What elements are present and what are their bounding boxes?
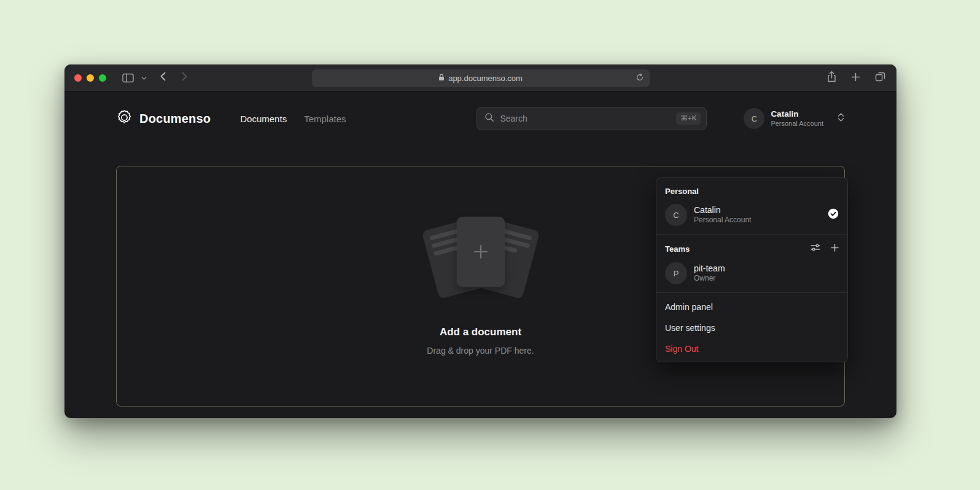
manage-teams-button[interactable] <box>811 243 820 254</box>
menu-item-user-settings[interactable]: User settings <box>656 317 847 338</box>
main-nav: Documents Templates <box>240 114 346 124</box>
brand-name: Documenso <box>139 112 211 126</box>
account-subtitle: Personal Account <box>771 120 823 128</box>
app-header: Documenso Documents Templates ⌘+K C Cata… <box>116 105 845 132</box>
personal-account-name: Catalin <box>694 205 751 216</box>
dropzone-subtitle: Drag & drop your PDF here. <box>427 346 534 356</box>
app-content: Documenso Documents Templates ⌘+K C Cata… <box>64 105 896 432</box>
dropzone-title: Add a document <box>440 326 521 338</box>
personal-account-avatar: C <box>665 204 687 226</box>
chevron-updown-icon <box>837 112 845 125</box>
team-item-pit-team[interactable]: P pit-team Owner <box>656 258 847 289</box>
address-bar-url: app.documenso.com <box>448 74 523 83</box>
browser-window: app.documenso.com <box>64 64 896 418</box>
address-bar[interactable]: app.documenso.com <box>312 69 650 87</box>
account-dropdown-menu: Personal C Catalin Personal Account Team <box>656 177 848 362</box>
refresh-button[interactable] <box>636 73 644 84</box>
tab-overview-button[interactable] <box>875 72 885 84</box>
forward-button[interactable] <box>182 72 187 84</box>
add-team-button[interactable] <box>831 243 839 254</box>
back-button[interactable] <box>160 72 166 84</box>
search-shortcut-badge: ⌘+K <box>676 112 701 125</box>
browser-titlebar: app.documenso.com <box>64 64 896 91</box>
zoom-button[interactable] <box>99 74 106 82</box>
lock-icon <box>438 74 445 83</box>
menu-item-admin-panel[interactable]: Admin panel <box>656 297 847 317</box>
team-role: Owner <box>694 274 725 283</box>
documenso-logo-icon <box>116 109 133 128</box>
search-bar[interactable]: ⌘+K <box>476 107 707 130</box>
sidebar-chevron-down-icon[interactable] <box>141 76 147 80</box>
account-avatar: C <box>744 108 764 129</box>
personal-account-subtitle: Personal Account <box>694 216 751 225</box>
add-document-card-icon <box>457 217 505 287</box>
menu-item-sign-out[interactable]: Sign Out <box>656 338 847 359</box>
account-menu-button[interactable]: C Catalin Personal Account <box>744 108 845 129</box>
new-tab-button[interactable] <box>851 72 860 84</box>
menu-divider <box>656 234 847 235</box>
brand[interactable]: Documenso <box>116 109 211 128</box>
team-name: pit-team <box>694 263 725 274</box>
account-name: Catalin <box>771 109 823 120</box>
search-icon <box>484 112 494 125</box>
share-button[interactable] <box>827 71 836 85</box>
selected-check-icon <box>828 208 839 222</box>
teams-section-heading: Teams <box>656 238 847 258</box>
nav-item-documents[interactable]: Documents <box>240 114 287 124</box>
search-input[interactable] <box>500 114 671 123</box>
document-stack-icon <box>416 217 545 304</box>
close-button[interactable] <box>74 74 82 82</box>
personal-section-heading: Personal <box>656 181 847 200</box>
menu-divider <box>656 292 847 293</box>
team-avatar: P <box>665 262 687 284</box>
traffic-lights <box>74 74 106 82</box>
minimize-button[interactable] <box>87 74 94 82</box>
sidebar-toggle-button[interactable] <box>122 73 134 83</box>
personal-account-item[interactable]: C Catalin Personal Account <box>656 200 847 230</box>
nav-item-templates[interactable]: Templates <box>304 114 346 124</box>
